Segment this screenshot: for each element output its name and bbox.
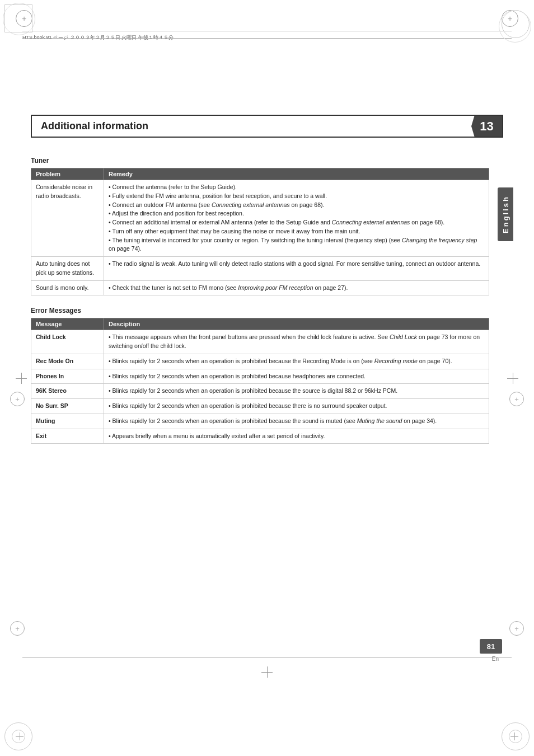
crosshair-left-mid: [16, 373, 27, 384]
error-message-7: Exit: [31, 429, 104, 444]
bottom-rule: [22, 658, 512, 658]
tuner-problem-1: Considerable noise in radio broadcasts.: [31, 180, 104, 257]
crosshair-bottom-center: [261, 666, 273, 678]
reg-mark-left: +: [10, 392, 25, 406]
top-bar: HTS.book 81 ページ ２００３年２月２５日 火曜日 午後１時４５分: [22, 31, 512, 42]
error-message-4: 96K Stereo: [31, 384, 104, 399]
english-tab: English: [498, 187, 513, 241]
chapter-title: Additional information: [32, 116, 471, 137]
chapter-header: Additional information 13: [31, 115, 503, 138]
error-desc-1: • This message appears when the front pa…: [104, 330, 489, 354]
table-row: Exit • Appears briefly when a menu is au…: [31, 429, 489, 444]
page-number: 81: [480, 639, 502, 654]
tuner-problem-2: Auto tuning does not pick up some statio…: [31, 257, 104, 281]
table-row: 96K Stereo • Blinks rapidly for 2 second…: [31, 384, 489, 399]
tuner-col-remedy: Remedy: [104, 168, 489, 180]
reg-mark-bottom-right: +: [509, 621, 524, 636]
error-message-6: Muting: [31, 414, 104, 429]
deco-large-top-right: [499, 10, 531, 43]
crosshair-right-mid: [507, 373, 518, 384]
reg-mark-bottom-left: +: [10, 621, 25, 636]
error-desc-2: • Blinks rapidly for 2 seconds when an o…: [104, 354, 489, 369]
page-lang: En: [492, 656, 499, 662]
deco-large-top-left: [3, 3, 35, 35]
table-row: Child Lock • This message appears when t…: [31, 330, 489, 354]
reg-mark-right: +: [509, 392, 524, 406]
error-desc-7: • Appears briefly when a menu is automat…: [104, 429, 489, 444]
tuner-problem-3: Sound is mono only.: [31, 280, 104, 295]
table-row: Auto tuning does not pick up some statio…: [31, 257, 489, 281]
error-message-3: Phones In: [31, 369, 104, 384]
error-table: Message Desciption Child Lock • This mes…: [31, 318, 489, 444]
error-message-5: No Surr. SP: [31, 399, 104, 414]
error-desc-4: • Blinks rapidly for 2 seconds when an o…: [104, 384, 489, 399]
error-col-description: Desciption: [104, 318, 489, 330]
table-row: Muting • Blinks rapidly for 2 seconds wh…: [31, 414, 489, 429]
main-content: Tuner Problem Remedy Considerable noise …: [31, 151, 489, 455]
table-row: Rec Mode On • Blinks rapidly for 2 secon…: [31, 354, 489, 369]
top-bar-text: HTS.book 81 ページ ２００３年２月２５日 火曜日 午後１時４５分: [22, 34, 174, 41]
chapter-number: 13: [471, 116, 502, 137]
error-section-heading: Error Messages: [31, 307, 489, 314]
error-desc-6: • Blinks rapidly for 2 seconds when an o…: [104, 414, 489, 429]
error-message-2: Rec Mode On: [31, 354, 104, 369]
tuner-section-heading: Tuner: [31, 157, 489, 165]
table-row: Phones In • Blinks rapidly for 2 seconds…: [31, 369, 489, 384]
table-row: Sound is mono only. • Check that the tun…: [31, 280, 489, 295]
table-row: No Surr. SP • Blinks rapidly for 2 secon…: [31, 399, 489, 414]
error-desc-3: • Blinks rapidly for 2 seconds when an o…: [104, 369, 489, 384]
top-rule: [22, 38, 512, 39]
crosshair-bottom-right: [510, 732, 518, 740]
tuner-remedy-3: • Check that the tuner is not set to FM …: [104, 280, 489, 295]
error-message-1: Child Lock: [31, 330, 104, 354]
tuner-remedy-2: • The radio signal is weak. Auto tuning …: [104, 257, 489, 281]
error-col-message: Message: [31, 318, 104, 330]
error-desc-5: • Blinks rapidly for 2 seconds when an o…: [104, 399, 489, 414]
tuner-remedy-1: • Connect the antenna (refer to the Setu…: [104, 180, 489, 257]
table-row: Considerable noise in radio broadcasts. …: [31, 180, 489, 257]
tuner-col-problem: Problem: [31, 168, 104, 180]
tuner-table: Problem Remedy Considerable noise in rad…: [31, 168, 489, 295]
crosshair-bottom-left: [16, 732, 24, 740]
